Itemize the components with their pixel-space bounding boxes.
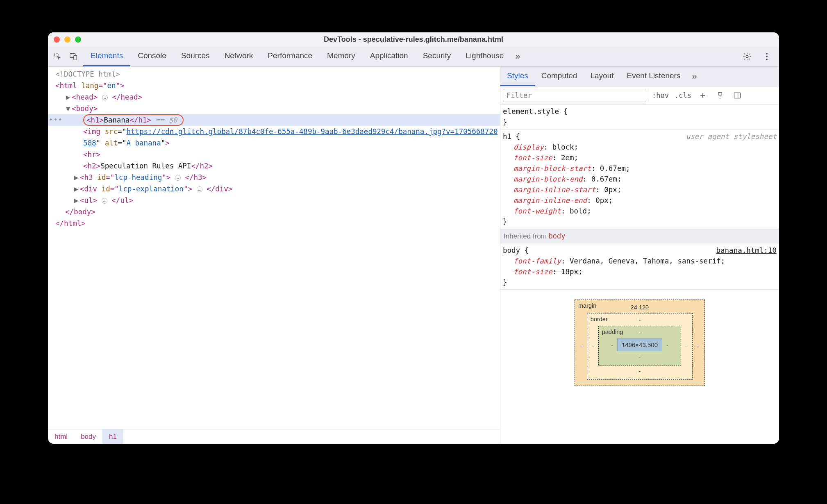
margin-right-value[interactable]: - [697, 343, 699, 350]
crumb-body[interactable]: body [74, 429, 102, 444]
border-left-value[interactable]: - [592, 343, 594, 349]
dom-body-open[interactable]: <body> [72, 104, 98, 113]
margin-top-value[interactable]: 24.120 [581, 304, 699, 311]
more-styles-tabs-icon[interactable]: » [687, 67, 702, 86]
tab-layout[interactable]: Layout [584, 67, 620, 86]
devtools-window: DevTools - speculative-rules.glitch.me/b… [48, 32, 779, 444]
expand-head-icon[interactable]: ▶ [65, 91, 71, 103]
margin-label: margin [578, 302, 596, 309]
styles-toolbar: :hov .cls [500, 86, 779, 104]
tab-application[interactable]: Application [363, 46, 416, 66]
dom-html-open[interactable]: <html lang="en"> [55, 82, 125, 90]
tab-console[interactable]: Console [130, 46, 174, 66]
collapse-body-icon[interactable]: ▼ [65, 103, 71, 114]
dom-div[interactable]: <div id="lcp-explanation"> [80, 185, 192, 193]
ellipsis-icon[interactable]: … [102, 198, 107, 204]
svg-rect-2 [74, 55, 77, 60]
svg-point-4 [766, 53, 768, 54]
tab-lighthouse[interactable]: Lighthouse [458, 46, 511, 66]
expand-div-icon[interactable]: ▶ [73, 183, 79, 195]
padding-right-value[interactable]: - [666, 342, 668, 348]
row-actions-icon[interactable]: ••• [49, 114, 63, 126]
ellipsis-icon[interactable]: … [197, 186, 202, 192]
svg-rect-7 [718, 92, 722, 95]
device-toolbar-icon[interactable] [68, 51, 79, 62]
dom-head[interactable]: <head> [72, 93, 98, 101]
titlebar: DevTools - speculative-rules.glitch.me/b… [48, 32, 779, 46]
inherited-from-bar: Inherited from body [500, 229, 779, 243]
tab-security[interactable]: Security [416, 46, 459, 66]
crumb-html[interactable]: html [48, 429, 74, 444]
main-tabs: Elements Console Sources Network Perform… [83, 46, 525, 66]
kebab-menu-icon[interactable] [761, 51, 772, 62]
dom-tree[interactable]: <!DOCTYPE html> <html lang="en"> ▶<head>… [48, 67, 500, 429]
border-label: border [591, 316, 608, 322]
padding-label: padding [602, 329, 623, 335]
tab-network[interactable]: Network [217, 46, 261, 66]
tab-performance[interactable]: Performance [260, 46, 320, 66]
dom-doctype[interactable]: <!DOCTYPE html> [55, 70, 120, 78]
tab-styles[interactable]: Styles [500, 67, 535, 86]
padding-bottom-value[interactable]: - [604, 354, 676, 360]
minimize-window-button[interactable] [64, 36, 70, 43]
ellipsis-icon[interactable]: … [102, 95, 108, 100]
padding-left-value[interactable]: - [611, 342, 613, 348]
dom-h3[interactable]: <h3 id="lcp-heading"> [80, 173, 170, 182]
computed-sidebar-toggle-icon[interactable] [732, 90, 743, 101]
main-split: <!DOCTYPE html> <html lang="en"> ▶<head>… [48, 67, 779, 444]
dom-img[interactable]: <img src="https://cdn.glitch.global/87b4… [48, 126, 500, 149]
main-tabstrip: Elements Console Sources Network Perform… [48, 46, 779, 67]
expand-ul-icon[interactable]: ▶ [73, 195, 79, 206]
margin-left-value[interactable]: - [581, 343, 583, 350]
styles-tabstrip: Styles Computed Layout Event Listeners » [500, 67, 779, 86]
maximize-window-button[interactable] [75, 36, 81, 43]
box-model[interactable]: margin 24.120 - border - - padding [500, 290, 779, 386]
dom-html-close[interactable]: </html> [55, 219, 86, 227]
border-bottom-value[interactable]: - [592, 368, 687, 375]
styles-filter-input[interactable] [503, 89, 646, 102]
dom-h2[interactable]: <h2>Speculation Rules API</h2> [48, 160, 500, 172]
svg-point-5 [766, 56, 768, 57]
svg-point-3 [746, 55, 748, 58]
ellipsis-icon[interactable]: … [175, 175, 181, 181]
tab-elements[interactable]: Elements [83, 46, 130, 66]
source-link[interactable]: banana.html:10 [716, 245, 777, 256]
tab-computed[interactable]: Computed [535, 67, 584, 86]
rule-h1[interactable]: h1 {user agent stylesheet display: block… [500, 129, 779, 229]
crumb-h1[interactable]: h1 [102, 429, 123, 444]
tab-event-listeners[interactable]: Event Listeners [620, 67, 687, 86]
dom-body-close[interactable]: </body> [65, 208, 95, 216]
dom-ul[interactable]: <ul> [80, 196, 97, 204]
svg-point-6 [766, 59, 768, 60]
inherited-from-link[interactable]: body [549, 232, 566, 240]
close-window-button[interactable] [54, 36, 60, 43]
more-tabs-icon[interactable]: » [511, 46, 524, 66]
hov-toggle[interactable]: :hov [652, 91, 669, 100]
traffic-lights [54, 36, 81, 43]
dom-selected-h1[interactable]: ••• <h1>Banana</h1> == $0 [48, 114, 500, 126]
elements-pane: <!DOCTYPE html> <html lang="en"> ▶<head>… [48, 67, 500, 444]
tab-memory[interactable]: Memory [320, 46, 363, 66]
paint-flash-icon[interactable] [714, 90, 726, 101]
dom-hr[interactable]: <hr> [83, 150, 100, 159]
settings-icon[interactable] [741, 51, 753, 62]
expand-h3-icon[interactable]: ▶ [73, 172, 79, 183]
styles-pane: Styles Computed Layout Event Listeners »… [500, 67, 779, 444]
svg-rect-8 [734, 93, 740, 98]
window-title: DevTools - speculative-rules.glitch.me/b… [48, 35, 779, 44]
new-style-rule-icon[interactable] [697, 90, 709, 101]
breadcrumb: html body h1 [48, 429, 500, 444]
rule-element-style[interactable]: element.style { } [500, 104, 779, 129]
inspect-element-icon[interactable] [52, 51, 64, 62]
tab-sources[interactable]: Sources [174, 46, 217, 66]
border-right-value[interactable]: - [685, 343, 687, 349]
content-size[interactable]: 1496×43.500 [617, 338, 662, 351]
cls-toggle[interactable]: .cls [675, 91, 691, 100]
user-agent-label: user agent stylesheet [686, 131, 777, 142]
rule-body[interactable]: body {banana.html:10 font-family: Verdan… [500, 243, 779, 290]
